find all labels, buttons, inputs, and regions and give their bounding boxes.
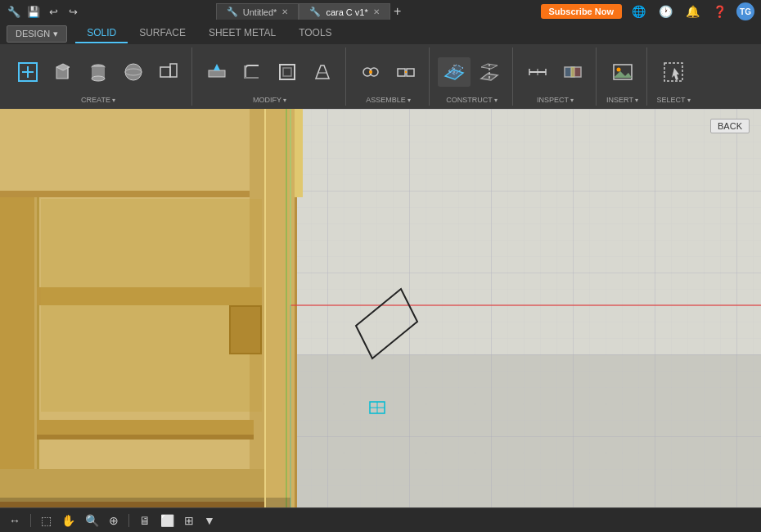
- svg-marker-15: [214, 64, 220, 70]
- svg-rect-19: [283, 68, 291, 76]
- as-built-joint-icon: [393, 59, 419, 85]
- back-label: BACK: [710, 119, 750, 133]
- group-select: SELECT ▾: [649, 47, 698, 106]
- inspect-tools: [521, 49, 589, 94]
- status-move-icon[interactable]: ↔: [7, 512, 23, 529]
- svg-rect-78: [0, 498, 290, 507]
- globe-icon[interactable]: 🌐: [628, 3, 649, 20]
- redo-icon[interactable]: ↪: [65, 4, 80, 19]
- status-grid2-icon[interactable]: ⊞: [182, 512, 196, 529]
- modify-group-label: MODIFY ▾: [253, 96, 286, 104]
- status-more-icon[interactable]: ▼: [201, 512, 218, 529]
- assemble-group-label: ASSEMBLE ▾: [366, 96, 411, 104]
- svg-rect-40: [571, 67, 574, 77]
- tab-untitled[interactable]: 🔧 Untitled* ✕: [216, 3, 299, 20]
- tool-draft[interactable]: [306, 57, 339, 87]
- svg-rect-67: [41, 199, 262, 412]
- tab-cara-icon: 🔧: [309, 7, 321, 17]
- svg-rect-79: [264, 109, 266, 507]
- tool-cylinder[interactable]: [82, 57, 115, 87]
- titlebar-left: 🔧 💾 ↩ ↪: [7, 4, 80, 19]
- svg-marker-33: [481, 64, 498, 69]
- tab-untitled-label: Untitled*: [243, 7, 277, 17]
- design-arrow-icon: ▾: [53, 29, 58, 39]
- svg-rect-26: [407, 69, 414, 76]
- ribbon-body: CREATE ▾: [0, 44, 761, 109]
- tool-shell[interactable]: [271, 57, 304, 87]
- group-construct: CONSTRUCT ▾: [431, 47, 513, 106]
- undo-icon[interactable]: ↩: [46, 4, 61, 19]
- group-create: CREATE ▾: [5, 47, 192, 106]
- svg-rect-54: [0, 197, 34, 507]
- viewport[interactable]: BACK: [0, 109, 761, 507]
- tab-cara[interactable]: 🔧 cara C v1* ✕: [299, 3, 390, 20]
- tool-insert-image[interactable]: [606, 57, 639, 87]
- bell-icon[interactable]: 🔔: [682, 3, 703, 20]
- tab-surface[interactable]: SURFACE: [128, 24, 197, 43]
- joint-icon: [358, 59, 384, 85]
- tool-create-more[interactable]: [152, 57, 185, 87]
- select-tools: [657, 49, 690, 94]
- construct-tools: [438, 49, 506, 94]
- assemble-arrow-icon: ▾: [408, 97, 411, 104]
- tab-tools[interactable]: TOOLS: [287, 24, 343, 43]
- insert-image-icon: [610, 59, 636, 85]
- group-insert: INSERT ▾: [598, 47, 647, 106]
- help-icon[interactable]: ❓: [709, 3, 730, 20]
- status-zoom-icon[interactable]: 🔍: [83, 512, 101, 529]
- new-tab-icon[interactable]: +: [390, 4, 405, 19]
- svg-rect-49: [290, 109, 761, 507]
- status-wireframe-icon[interactable]: ⬜: [158, 512, 177, 529]
- create-more-icon: [155, 59, 182, 85]
- app-icon: 🔧: [7, 4, 21, 19]
- svg-rect-58: [37, 420, 254, 435]
- modify-arrow-icon: ▾: [283, 97, 286, 104]
- tool-sphere[interactable]: [117, 57, 150, 87]
- tool-midplane[interactable]: [473, 57, 506, 87]
- tool-press-pull[interactable]: [200, 57, 233, 87]
- select-group-label: SELECT ▾: [656, 96, 690, 104]
- draft-icon: [309, 59, 335, 85]
- create-tools: [11, 49, 185, 94]
- interference-icon: [560, 59, 586, 85]
- tool-new-component[interactable]: [11, 57, 44, 87]
- tool-offset-plane[interactable]: [438, 57, 471, 87]
- tab-sheet-metal[interactable]: SHEET METAL: [197, 24, 287, 43]
- ribbon-tabs: DESIGN ▾ SOLID SURFACE SHEET METAL TOOLS: [0, 23, 761, 44]
- ribbon: DESIGN ▾ SOLID SURFACE SHEET METAL TOOLS: [0, 23, 761, 109]
- design-dropdown[interactable]: DESIGN ▾: [7, 25, 67, 43]
- clock-icon[interactable]: 🕐: [655, 3, 676, 20]
- svg-rect-17: [245, 77, 259, 79]
- select-icon: [660, 59, 687, 85]
- tool-select[interactable]: [657, 57, 690, 87]
- tool-as-built-joint[interactable]: [390, 57, 422, 87]
- offset-plane-icon: [441, 59, 467, 85]
- tab-cara-label: cara C v1*: [326, 7, 367, 17]
- tool-interference[interactable]: [556, 57, 589, 87]
- status-pan-icon[interactable]: ✋: [59, 512, 78, 529]
- tool-box[interactable]: [47, 57, 79, 87]
- status-bar: ↔ ⬚ ✋ 🔍 ⊕ 🖥 ⬜ ⊞ ▼: [0, 507, 761, 532]
- subscribe-button[interactable]: Subscribe Now: [541, 4, 622, 19]
- save-icon[interactable]: 💾: [26, 4, 41, 19]
- cylinder-icon: [85, 59, 111, 85]
- svg-point-42: [616, 67, 620, 71]
- svg-marker-13: [170, 64, 177, 77]
- tab-solid[interactable]: SOLID: [75, 24, 128, 43]
- tool-measure[interactable]: [521, 57, 554, 87]
- tool-fillet[interactable]: [236, 57, 268, 87]
- tab-untitled-close[interactable]: ✕: [281, 7, 288, 16]
- status-fit-icon[interactable]: ⊕: [106, 512, 121, 529]
- inspect-arrow-icon: ▾: [570, 97, 574, 104]
- svg-rect-18: [280, 65, 295, 79]
- tool-joint[interactable]: [354, 57, 387, 87]
- user-avatar[interactable]: TG: [736, 2, 754, 20]
- status-display-icon[interactable]: 🖥: [137, 512, 153, 529]
- status-grid-icon[interactable]: ⬚: [38, 512, 54, 529]
- tab-cara-close[interactable]: ✕: [373, 7, 380, 16]
- inspect-group-label: INSPECT ▾: [537, 96, 574, 104]
- svg-marker-20: [316, 65, 329, 79]
- new-component-icon: [15, 59, 41, 85]
- svg-rect-55: [0, 109, 266, 197]
- svg-rect-16: [244, 65, 245, 79]
